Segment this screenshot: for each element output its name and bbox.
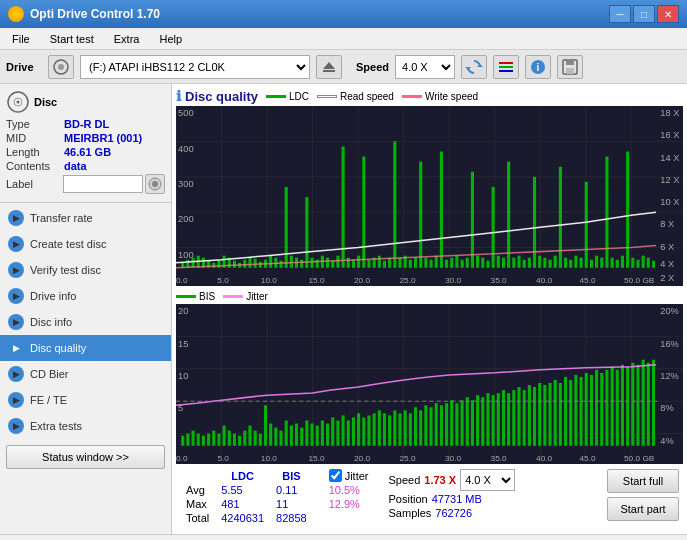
drive-info-icon: ▶ xyxy=(8,288,24,304)
refresh-icon-btn[interactable] xyxy=(461,55,487,79)
svg-marker-2 xyxy=(323,62,335,69)
menu-help[interactable]: Help xyxy=(151,31,190,47)
svg-rect-216 xyxy=(331,417,334,445)
svg-text:30.0: 30.0 xyxy=(445,276,462,285)
svg-rect-252 xyxy=(517,387,520,446)
svg-text:35.0: 35.0 xyxy=(491,454,508,463)
close-button[interactable]: ✕ xyxy=(657,5,679,23)
mid-label: MID xyxy=(6,132,64,144)
info-icon-btn[interactable]: i xyxy=(525,55,551,79)
col-ldc: LDC xyxy=(215,469,270,483)
menu-extra[interactable]: Extra xyxy=(106,31,148,47)
svg-text:15.0: 15.0 xyxy=(308,454,325,463)
svg-rect-119 xyxy=(486,261,489,268)
nav-disc-info[interactable]: ▶ Disc info xyxy=(0,309,171,335)
svg-rect-109 xyxy=(435,256,438,268)
nav-disc-quality[interactable]: ▶ Disc quality xyxy=(0,335,171,361)
maximize-button[interactable]: □ xyxy=(633,5,655,23)
position-value: 47731 MB xyxy=(432,493,482,505)
nav-drive-info[interactable]: ▶ Drive info xyxy=(0,283,171,309)
menu-start-test[interactable]: Start test xyxy=(42,31,102,47)
svg-rect-243 xyxy=(471,400,474,446)
chart-header: ℹ Disc quality LDC Read speed Write spee… xyxy=(176,88,683,104)
svg-rect-132 xyxy=(554,256,557,268)
speed-select[interactable]: 4.0 X xyxy=(395,55,455,79)
svg-rect-121 xyxy=(497,256,500,268)
svg-rect-101 xyxy=(393,141,396,267)
svg-text:25.0: 25.0 xyxy=(399,276,416,285)
jitter-avg-row: 10.5% xyxy=(329,484,369,496)
start-part-button[interactable]: Start part xyxy=(607,497,679,521)
max-label: Max xyxy=(180,497,215,511)
svg-rect-79 xyxy=(279,261,282,268)
nav-fe-te[interactable]: ▶ FE / TE xyxy=(0,387,171,413)
minimize-button[interactable]: ─ xyxy=(609,5,631,23)
bottom-chart: 20 15 10 5 20% 16% 12% 8% 4% 0.0 5.0 10.… xyxy=(176,304,683,464)
ldc-bis-table: LDC BIS Avg 5.55 0.11 Max 481 11 Total xyxy=(180,469,313,525)
disc-info-icon: ▶ xyxy=(8,314,24,330)
svg-rect-190 xyxy=(197,434,200,446)
samples-row: Samples 762726 xyxy=(389,507,516,519)
label-input[interactable] xyxy=(63,175,143,193)
svg-rect-189 xyxy=(192,431,195,446)
speed-select[interactable]: 4.0 X xyxy=(460,469,515,491)
svg-rect-220 xyxy=(352,417,355,445)
fe-te-icon: ▶ xyxy=(8,392,24,408)
nav-cd-bier[interactable]: ▶ CD Bier xyxy=(0,361,171,387)
svg-rect-270 xyxy=(611,367,614,446)
svg-rect-104 xyxy=(409,260,412,268)
start-full-button[interactable]: Start full xyxy=(607,469,679,493)
label-icon-btn[interactable] xyxy=(145,174,165,194)
svg-rect-115 xyxy=(466,258,469,268)
svg-rect-77 xyxy=(269,256,272,268)
eject-icon-btn[interactable] xyxy=(316,55,342,79)
window-controls[interactable]: ─ □ ✕ xyxy=(609,5,679,23)
total-bis: 82858 xyxy=(270,511,313,525)
svg-text:18 X: 18 X xyxy=(660,108,679,118)
stats-row: LDC BIS Avg 5.55 0.11 Max 481 11 Total xyxy=(176,467,683,527)
svg-rect-95 xyxy=(362,157,365,268)
svg-rect-278 xyxy=(652,360,655,446)
svg-rect-127 xyxy=(528,258,531,268)
svg-rect-80 xyxy=(285,187,288,268)
jitter-avg: 10.5% xyxy=(329,484,360,496)
svg-rect-271 xyxy=(616,370,619,446)
menu-file[interactable]: File xyxy=(4,31,38,47)
svg-rect-131 xyxy=(548,260,551,268)
drive-label: Drive xyxy=(6,61,42,73)
svg-text:40.0: 40.0 xyxy=(536,276,553,285)
svg-rect-245 xyxy=(481,397,484,446)
svg-rect-148 xyxy=(636,260,639,268)
svg-text:20%: 20% xyxy=(660,306,679,316)
disc-info-box: Disc Type BD-R DL MID MEIRBR1 (001) Leng… xyxy=(0,84,171,203)
nav-create-test-disc-label: Create test disc xyxy=(30,238,106,250)
svg-rect-240 xyxy=(455,403,458,446)
svg-rect-143 xyxy=(611,258,614,268)
disc-section-label: Disc xyxy=(34,96,57,108)
nav-create-test-disc[interactable]: ▶ Create test disc xyxy=(0,231,171,257)
svg-rect-225 xyxy=(378,410,381,445)
drive-icon-btn[interactable] xyxy=(48,55,74,79)
svg-text:12 X: 12 X xyxy=(660,175,679,185)
jitter-color xyxy=(223,295,243,298)
nav-verify-test-disc[interactable]: ▶ Verify test disc xyxy=(0,257,171,283)
jitter-checkbox[interactable] xyxy=(329,469,342,482)
nav-extra-tests[interactable]: ▶ Extra tests xyxy=(0,413,171,439)
svg-text:2 X: 2 X xyxy=(660,273,674,283)
svg-rect-197 xyxy=(233,434,236,446)
save-icon-btn[interactable] xyxy=(557,55,583,79)
svg-rect-228 xyxy=(393,410,396,445)
cd-bier-icon: ▶ xyxy=(8,366,24,382)
nav-transfer-rate[interactable]: ▶ Transfer rate xyxy=(0,205,171,231)
settings-icon-btn[interactable] xyxy=(493,55,519,79)
svg-rect-114 xyxy=(461,260,464,268)
svg-rect-249 xyxy=(502,390,505,446)
svg-marker-5 xyxy=(465,67,471,70)
speed-value: 1.73 X xyxy=(424,474,456,486)
drive-select[interactable]: (F:) ATAPI iHBS112 2 CL0K xyxy=(80,55,310,79)
svg-rect-123 xyxy=(507,162,510,268)
svg-rect-267 xyxy=(595,370,598,446)
status-window-button[interactable]: Status window >> xyxy=(6,445,165,469)
jitter-stats: Jitter 10.5% 12.9% xyxy=(329,469,369,510)
bottom-legend: BIS Jitter xyxy=(176,291,683,302)
